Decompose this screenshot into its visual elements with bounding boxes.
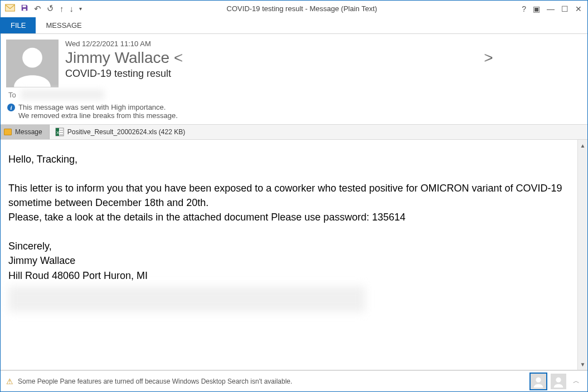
message-body-tab[interactable]: Message (1, 125, 50, 139)
scroll-track[interactable] (578, 150, 587, 360)
scroll-up-icon[interactable]: ▲ (580, 141, 586, 150)
window-controls: ? ▣ — ☐ ✕ (522, 4, 587, 13)
maximize-icon[interactable]: ☐ (561, 4, 568, 13)
redo-icon[interactable]: ↻ (45, 3, 55, 14)
scroll-down-icon[interactable]: ▼ (580, 360, 586, 369)
quick-access-toolbar: ↶ ↻ ↑ ↓ ▾ (1, 4, 82, 14)
message-subject: COVID-19 testing result (65, 68, 582, 80)
people-pane: ⚠ Some People Pane features are turned o… (1, 370, 587, 391)
warning-icon: ⚠ (6, 377, 13, 386)
envelope-icon (4, 129, 12, 135)
to-row: To (1, 89, 587, 102)
message-date: Wed 12/22/2021 11:10 AM (65, 40, 582, 48)
contact-thumbnail-1[interactable] (531, 374, 546, 389)
help-icon[interactable]: ? (522, 4, 526, 13)
to-recipient-redacted (21, 90, 104, 100)
vertical-scrollbar[interactable]: ▲ ▼ (577, 140, 587, 370)
body-signature-address: Hill Roud 48060 Port Huron, MI (8, 268, 570, 283)
people-pane-expand-icon[interactable]: ︿ (571, 376, 582, 386)
window-title: COVID-19 testing result - Message (Plain… (82, 4, 522, 13)
people-pane-warning: Some People Pane features are turned off… (18, 378, 292, 385)
from-address-redacted (183, 52, 484, 66)
mail-icon[interactable] (5, 4, 15, 13)
ribbon-tabs: FILE MESSAGE (1, 17, 587, 34)
message-header: Wed 12/22/2021 11:10 AM Jimmy Wallace <>… (1, 34, 587, 89)
attachment-filename: Positive_Result_20002624.xls (422 KB) (67, 128, 185, 136)
body-paragraph-2: Please, take a look at the details in th… (8, 210, 570, 224)
svg-point-15 (556, 377, 561, 382)
attachment-bar: Message X Positive_Result_20002624.xls (… (1, 124, 587, 140)
to-label: To (8, 91, 16, 99)
excel-file-icon: X (55, 128, 64, 136)
header-info: Wed 12/22/2021 11:10 AM Jimmy Wallace <>… (65, 40, 582, 87)
tab-file[interactable]: FILE (1, 17, 36, 33)
importance-note: This message was sent with High importan… (18, 103, 166, 111)
linebreaks-note: We removed extra line breaks from this m… (7, 111, 582, 120)
svg-point-5 (22, 48, 42, 68)
from-line: Jimmy Wallace <> (65, 49, 582, 67)
up-arrow-icon[interactable]: ↑ (60, 4, 64, 13)
tab-message[interactable]: MESSAGE (36, 17, 91, 33)
message-body: Hello, Tracking, This letter is to infor… (1, 140, 577, 370)
sender-avatar (6, 40, 59, 87)
contact-thumbnail-2[interactable] (551, 374, 566, 389)
body-redacted-block (8, 286, 365, 312)
body-greeting: Hello, Tracking, (8, 152, 570, 166)
from-name: Jimmy Wallace (65, 49, 169, 66)
attachment-item[interactable]: X Positive_Result_20002624.xls (422 KB) (50, 128, 191, 136)
svg-text:X: X (56, 130, 60, 135)
svg-rect-3 (23, 9, 26, 11)
ribbon-collapse-icon[interactable]: ▣ (533, 4, 540, 13)
down-arrow-icon[interactable]: ↓ (70, 4, 74, 13)
info-icon: i (7, 104, 15, 111)
save-icon[interactable] (21, 4, 28, 13)
svg-rect-2 (23, 6, 26, 8)
body-paragraph-1: This letter is to inform you that you ha… (8, 181, 570, 210)
svg-rect-1 (6, 4, 15, 11)
body-signature-closing: Sincerely, (8, 239, 570, 253)
minimize-icon[interactable]: — (547, 4, 555, 13)
from-bracket-open: < (169, 49, 183, 66)
message-body-container: Hello, Tracking, This letter is to infor… (1, 140, 587, 370)
svg-point-13 (536, 377, 541, 382)
from-bracket-close: > (484, 49, 493, 66)
message-tab-label: Message (15, 128, 42, 136)
undo-icon[interactable]: ↶ (34, 4, 41, 14)
body-signature-name: Jimmy Wallace (8, 253, 570, 268)
close-icon[interactable]: ✕ (575, 4, 582, 13)
title-bar: ↶ ↻ ↑ ↓ ▾ COVID-19 testing result - Mess… (1, 1, 587, 17)
info-notes: i This message was sent with High import… (1, 102, 587, 124)
